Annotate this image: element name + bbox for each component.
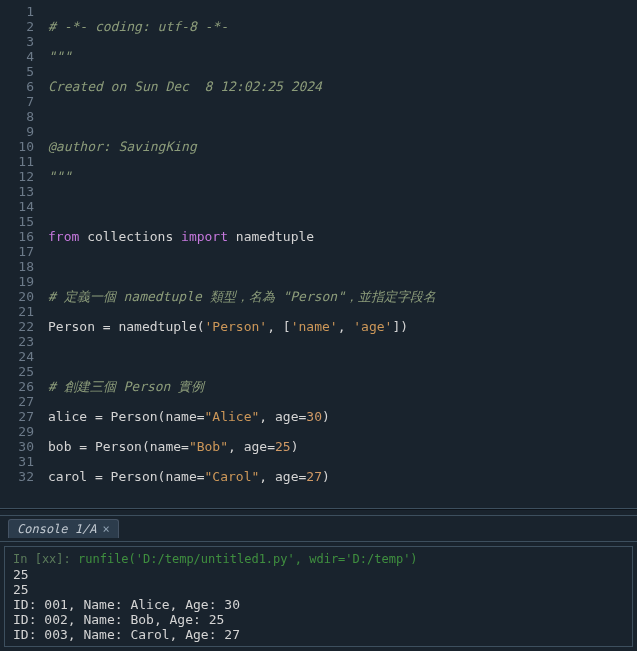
string: "Carol" xyxy=(205,469,260,484)
console-tab-label: Console 1/A xyxy=(17,522,96,536)
code-content[interactable]: # -*- coding: utf-8 -*- """ Created on S… xyxy=(44,0,637,508)
code-text: , [ xyxy=(267,319,290,334)
comment: # 定義一個 namedtuple 類型，名為 "Person"，並指定字段名 xyxy=(48,289,436,304)
number: 27 xyxy=(306,469,322,484)
string: 'age' xyxy=(353,319,392,334)
module: collections xyxy=(87,229,173,244)
number: 25 xyxy=(275,439,291,454)
code-text: , age= xyxy=(228,439,275,454)
string: "Alice" xyxy=(205,409,260,424)
number: 30 xyxy=(306,409,322,424)
code-editor[interactable]: 1 2 3 4 5 6 7 8 9 10 11 12 13 14 15 16 1… xyxy=(0,0,637,509)
console-stdout: 25 25 ID: 001, Name: Alice, Age: 30 ID: … xyxy=(13,567,240,642)
console-prompt: In [xx]: xyxy=(13,552,71,566)
code-text: carol = Person(name= xyxy=(48,469,205,484)
code-line: """ xyxy=(48,169,71,184)
line-number-gutter: 1 2 3 4 5 6 7 8 9 10 11 12 13 14 15 16 1… xyxy=(0,0,44,508)
comment: # 創建三個 Person 實例 xyxy=(48,379,204,394)
identifier: namedtuple xyxy=(236,229,314,244)
console-pane: Console 1/A × In [xx]: runfile('D:/temp/… xyxy=(0,515,637,651)
code-text: , age= xyxy=(259,409,306,424)
code-line: # -*- coding: utf-8 -*- xyxy=(48,19,228,34)
string: "Bob" xyxy=(189,439,228,454)
string: 'Person' xyxy=(205,319,268,334)
code-text: ]) xyxy=(392,319,408,334)
console-command: runfile('D:/temp/untitled1.py', wdir='D:… xyxy=(71,552,418,566)
console-tabbar: Console 1/A × xyxy=(0,516,637,542)
keyword: import xyxy=(181,229,228,244)
code-text: ) xyxy=(291,439,299,454)
code-text: ) xyxy=(322,409,330,424)
code-text: alice = Person(name= xyxy=(48,409,205,424)
code-text: ) xyxy=(322,469,330,484)
console-output[interactable]: In [xx]: runfile('D:/temp/untitled1.py',… xyxy=(4,546,633,647)
code-text: , xyxy=(338,319,354,334)
string: 'name' xyxy=(291,319,338,334)
code-line: @author: SavingKing xyxy=(48,139,197,154)
keyword: from xyxy=(48,229,79,244)
code-line: """ xyxy=(48,49,71,64)
code-line: Created on Sun Dec 8 12:02:25 2024 xyxy=(48,79,322,94)
console-tab[interactable]: Console 1/A × xyxy=(8,519,119,538)
code-text: bob = Person(name= xyxy=(48,439,189,454)
code-text: , age= xyxy=(259,469,306,484)
close-icon[interactable]: × xyxy=(102,522,109,536)
code-text: Person = namedtuple( xyxy=(48,319,205,334)
